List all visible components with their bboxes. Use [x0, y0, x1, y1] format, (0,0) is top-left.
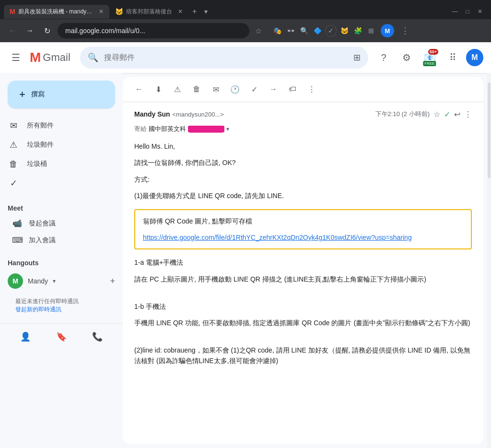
- hangout-add-button[interactable]: +: [110, 276, 115, 286]
- recipient-to: 國中部英文科: [149, 125, 186, 133]
- tab-close-gmail[interactable]: ✕: [99, 8, 104, 15]
- back-to-inbox-button[interactable]: ←: [130, 81, 148, 98]
- report-spam-button[interactable]: ⚠: [169, 81, 186, 98]
- reply-icon[interactable]: ↩: [454, 110, 460, 119]
- start-meeting-item[interactable]: 📹 發起會議: [8, 216, 115, 231]
- highlight-box: 翁師傅 QR Code 圖片, 點擊即可存檔 https://drive.goo…: [134, 209, 472, 250]
- gmail-logo-text: Gmail: [43, 51, 70, 64]
- check-icon: ✓: [8, 178, 19, 189]
- section-1a-title: 1-a 電腦+手機法: [134, 257, 472, 268]
- email-actions: ☆ ✓ ↩ ⋮: [433, 110, 472, 119]
- contacts-icon[interactable]: 👤: [16, 328, 35, 346]
- email-content: ← ⬇ ⚠ 🗑 ✉ 🕐 ✓ → 🏷 ⋮ Mandy Sun <mandysun2…: [123, 77, 483, 444]
- meet-section-title: Meet: [8, 204, 115, 212]
- extension-icon-5[interactable]: ✓: [325, 25, 337, 36]
- sidebar-item-check[interactable]: ✓: [0, 174, 115, 193]
- video-icon: 📹: [12, 219, 23, 228]
- scrollbar-thumb[interactable]: [488, 83, 491, 178]
- tab-blogspot[interactable]: 🐱 痞客邦部落格後台 ✕: [109, 5, 188, 19]
- search-input[interactable]: [104, 53, 348, 62]
- email-body-section: 方式:: [134, 174, 472, 185]
- recipient-dropdown[interactable]: ▾: [226, 126, 229, 132]
- move-to-button[interactable]: →: [265, 81, 282, 98]
- forward-button[interactable]: →: [23, 24, 36, 37]
- address-bar: ← → ↻ ☆ 🎭 👓 🔍 🔷 ✓ 🐱 🧩 ⊞ M ⋮: [0, 19, 491, 42]
- browser-menu-button[interactable]: ⋮: [398, 24, 412, 38]
- start-chat-link[interactable]: 發起新的即時通訊: [15, 306, 61, 313]
- hamburger-menu[interactable]: ☰: [8, 48, 24, 67]
- scrollbar[interactable]: [487, 73, 491, 448]
- sidebar: + 撰寫 ✉ 所有郵件 ⚠ 垃圾郵件 🗑 垃圾桶 ✓ Meet: [0, 73, 123, 448]
- extension-icon-4[interactable]: 🔷: [312, 25, 323, 36]
- extension-icon-3[interactable]: 🔍: [298, 25, 310, 36]
- extension-icon-1[interactable]: 🎭: [271, 25, 283, 36]
- gmail-profile-avatar[interactable]: M: [466, 49, 483, 66]
- search-bar[interactable]: 🔍 ⊞: [80, 47, 368, 69]
- minimize-button[interactable]: —: [452, 8, 458, 15]
- trash-icon: 🗑: [8, 159, 19, 169]
- more-email-options[interactable]: ⋮: [464, 110, 472, 119]
- tab-dropdown-button[interactable]: ▾: [200, 6, 211, 17]
- all-mail-label: 所有郵件: [27, 121, 54, 130]
- back-button[interactable]: ←: [6, 24, 19, 37]
- label-button[interactable]: 🏷: [284, 81, 301, 98]
- extension-icon-2[interactable]: 👓: [285, 25, 296, 36]
- sidebar-bottom: 👤 🔖 📞: [0, 323, 123, 350]
- sidebar-item-spam[interactable]: ⚠ 垃圾郵件: [0, 135, 115, 154]
- sidebar-item-trash[interactable]: 🗑 垃圾桶: [0, 154, 115, 174]
- help-button[interactable]: ?: [374, 48, 393, 67]
- email-body: Mandy Sun <mandysun200...> 下午2:10 (2 小時前…: [123, 102, 483, 444]
- section-1b-body: 手機用 LINE QR 功能, 但不要啟動掃描, 指定透過抓圖庫 QR Code…: [134, 318, 472, 328]
- new-tab-button[interactable]: +: [188, 5, 200, 18]
- meet-notification-button[interactable]: 📧 50+ FREE: [420, 48, 439, 67]
- reload-button[interactable]: ↻: [40, 24, 54, 37]
- sidebar-item-all-mail[interactable]: ✉ 所有郵件: [0, 116, 115, 135]
- hangout-user-mandy[interactable]: M Mandy ▾ +: [8, 271, 115, 292]
- tab-gmail[interactable]: M 廚具改裝裝洗碗機 - mandysun... ✕: [4, 5, 109, 19]
- gmail-favicon: M: [10, 8, 15, 15]
- important-icon[interactable]: ✓: [444, 110, 450, 119]
- sender-email: <mandysun200...>: [172, 111, 224, 118]
- mark-done-button[interactable]: ✓: [246, 81, 263, 98]
- extension-icon-6[interactable]: 🐱: [339, 25, 350, 36]
- compose-button[interactable]: + 撰寫: [8, 81, 115, 108]
- gmail-header: ☰ M Gmail 🔍 ⊞ ? ⚙ 📧 50+ FREE ⠿ M: [0, 42, 491, 73]
- browser-extensions: 🎭 👓 🔍 🔷 ✓ 🐱 🧩 ⊞: [271, 25, 377, 36]
- address-input[interactable]: [58, 23, 249, 38]
- tab-title-blogspot: 痞客邦部落格後台: [126, 8, 172, 16]
- delete-button[interactable]: 🗑: [188, 81, 205, 98]
- mark-unread-button[interactable]: ✉: [207, 81, 224, 98]
- apps-button[interactable]: ⠿: [443, 48, 462, 67]
- snooze-button[interactable]: 🕐: [226, 81, 244, 98]
- extension-icon-8[interactable]: ⊞: [365, 25, 377, 36]
- phone-icon[interactable]: 📞: [88, 328, 106, 346]
- tab-close-blogspot[interactable]: ✕: [178, 8, 183, 15]
- more-options-button[interactable]: ⋮: [303, 81, 320, 98]
- hangouts-section: Hangouts M Mandy ▾ + 最近未進行任何即時通訊 發起新的即時通…: [0, 259, 123, 319]
- archive-button[interactable]: ⬇: [150, 81, 167, 98]
- mandy-name: Mandy: [28, 277, 48, 285]
- settings-button[interactable]: ⚙: [397, 48, 416, 67]
- meet-section: Meet 📹 發起會議 ⌨ 加入會議: [0, 200, 123, 251]
- keyboard-icon: ⌨: [12, 236, 23, 245]
- search-filter-icon[interactable]: ⊞: [353, 52, 361, 63]
- notification-badge: 50+: [428, 49, 438, 55]
- extension-icon-7[interactable]: 🧩: [352, 25, 363, 36]
- gmail-app: ☰ M Gmail 🔍 ⊞ ? ⚙ 📧 50+ FREE ⠿ M +: [0, 42, 491, 448]
- email-toolbar: ← ⬇ ⚠ 🗑 ✉ 🕐 ✓ → 🏷 ⋮: [123, 77, 483, 102]
- section-1a-body: 請在 PC 上顯示圖片, 用手機啟動 LINE QR 掃描之 (進LINE主頁,…: [134, 274, 472, 284]
- browser-profile-avatar[interactable]: M: [381, 24, 394, 37]
- browser-chrome: M 廚具改裝裝洗碗機 - mandysun... ✕ 🐱 痞客邦部落格後台 ✕ …: [0, 0, 491, 42]
- memo-icon[interactable]: 🔖: [52, 328, 70, 346]
- start-meeting-label: 發起會議: [29, 219, 56, 228]
- maximize-button[interactable]: □: [464, 8, 471, 15]
- hangouts-section-title: Hangouts: [8, 259, 115, 267]
- tab-title-gmail: 廚具改裝裝洗碗機 - mandysun...: [18, 8, 93, 16]
- email-recipient: 寄給 國中部英文科 ████████ ▾: [134, 125, 472, 133]
- join-meeting-item[interactable]: ⌨ 加入會議: [8, 233, 115, 248]
- google-drive-link[interactable]: https://drive.google.com/file/d/1RthYC_z…: [143, 234, 412, 241]
- hangout-name-dropdown[interactable]: ▾: [53, 278, 56, 284]
- close-button[interactable]: ✕: [477, 8, 483, 15]
- star-icon[interactable]: ☆: [433, 110, 440, 119]
- bookmark-icon[interactable]: ☆: [253, 24, 264, 37]
